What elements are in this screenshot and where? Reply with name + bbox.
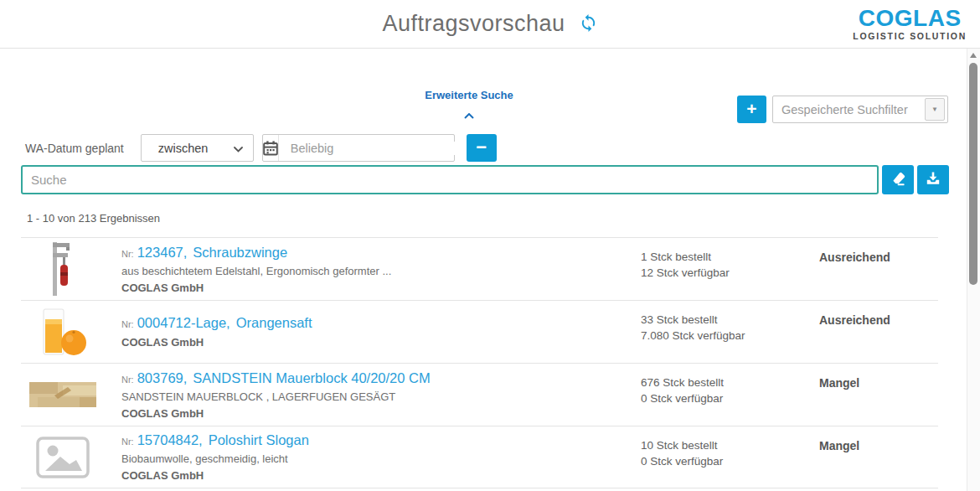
item-nr-label: Nr: [121,319,134,329]
item-number-link[interactable]: 0004712-Lage [137,315,226,330]
result-row: Nr:15704842,Poloshirt Slogan Biobaumwoll… [21,426,938,488]
search-input[interactable] [21,165,879,194]
separator: , [183,370,188,385]
clear-search-button[interactable] [882,165,914,194]
date-value-input[interactable] [279,142,459,155]
result-row: Nr:123467,Schraubzwinge aus beschichtete… [21,237,938,300]
item-name-link[interactable]: Orangensaft [236,315,312,330]
item-status: Mangel [819,376,859,390]
separator: , [183,245,188,260]
product-image-clamp [21,242,105,296]
saved-filters-dropdown: ▼ [772,96,948,123]
product-image-orange-juice [21,308,105,356]
eraser-icon [890,171,906,189]
item-name-link[interactable]: Schraubzwinge [193,245,287,260]
item-available: 0 Stck verfügbar [641,453,723,469]
scroll-up-arrow-icon[interactable] [970,53,977,58]
item-nr-label: Nr: [121,375,134,385]
item-ordered: 10 Stck bestellt [641,437,723,453]
results-list: Nr:123467,Schraubzwinge aus beschichtete… [21,237,938,488]
item-number-link[interactable]: 803769 [137,370,183,385]
saved-filters-group: + ▼ [737,96,948,123]
refresh-button[interactable] [579,13,598,35]
chevron-down-icon [234,142,243,155]
remove-filter-button[interactable]: − [467,134,497,162]
date-operator-select[interactable]: zwischen [141,134,254,162]
item-company: COGLAS GmbH [121,282,391,295]
caret-down-icon[interactable]: ▼ [925,98,945,121]
product-image-sandstone [21,382,105,407]
item-available: 12 Stck verfügbar [641,265,730,281]
refresh-icon [579,13,598,35]
item-ordered: 676 Stck bestellt [641,375,724,390]
date-operator-value: zwischen [158,142,209,155]
app-header: Auftragsvorschau COGLAS LOGISTIC SOLUTIO… [0,0,980,49]
result-row: Nr:0004712-Lage,Orangensaft COGLAS GmbH … [21,300,938,363]
saved-filters-input[interactable] [773,103,922,116]
download-icon [926,171,941,189]
result-row: Nr:803769,SANDSTEIN Mauerblock 40/20/20 … [21,363,938,426]
item-number-link[interactable]: 123467 [137,245,183,260]
item-company: COGLAS GmbH [121,469,309,483]
date-filter-row: WA-Datum geplant zwischen − [25,134,497,162]
item-status: Ausreichend [819,251,890,264]
item-company: COGLAS GmbH [121,407,431,421]
scrollbar-thumb[interactable] [969,63,977,285]
item-name-link[interactable]: Poloshirt Slogan [209,432,309,447]
date-range-field [262,134,455,162]
item-status: Ausreichend [819,313,890,327]
item-number-link[interactable]: 15704842 [137,432,199,447]
date-filter-label: WA-Datum geplant [25,142,124,155]
calendar-icon[interactable] [263,135,279,161]
item-status: Mangel [819,439,859,452]
results-count: 1 - 10 von 213 Ergebnissen [27,212,160,225]
vertical-scrollbar[interactable] [967,49,980,491]
search-bar [21,165,949,194]
coglas-logo: COGLAS LOGISTIC SOLUTION [853,7,967,41]
item-name-link[interactable]: SANDSTEIN Mauerblock 40/20/20 CM [193,370,430,385]
logo-text: COGLAS [853,7,967,30]
item-ordered: 1 Stck bestellt [641,249,730,265]
item-description: SANDSTEIN MAUERBLOCK , LAGERFUGEN GESÄGT [121,390,431,404]
item-company: COGLAS GmbH [121,336,312,349]
item-description: aus beschichtetem Edelstahl, Ergonomisch… [121,265,391,278]
item-nr-label: Nr: [121,249,134,259]
download-button[interactable] [917,165,949,194]
item-description: Biobaumwolle, geschmeidig, leicht [121,452,309,466]
item-nr-label: Nr: [121,437,134,447]
item-ordered: 33 Stck bestellt [641,312,745,328]
product-image-placeholder-icon [21,437,105,478]
item-available: 0 Stck verfügbar [641,390,724,406]
page-title: Auftragsvorschau [382,11,565,37]
add-filter-button[interactable]: + [737,96,766,123]
separator: , [226,315,230,330]
separator: , [199,432,203,447]
logo-subtitle: LOGISTIC SOLUTION [853,32,967,41]
item-available: 7.080 Stck verfügbar [641,328,745,344]
